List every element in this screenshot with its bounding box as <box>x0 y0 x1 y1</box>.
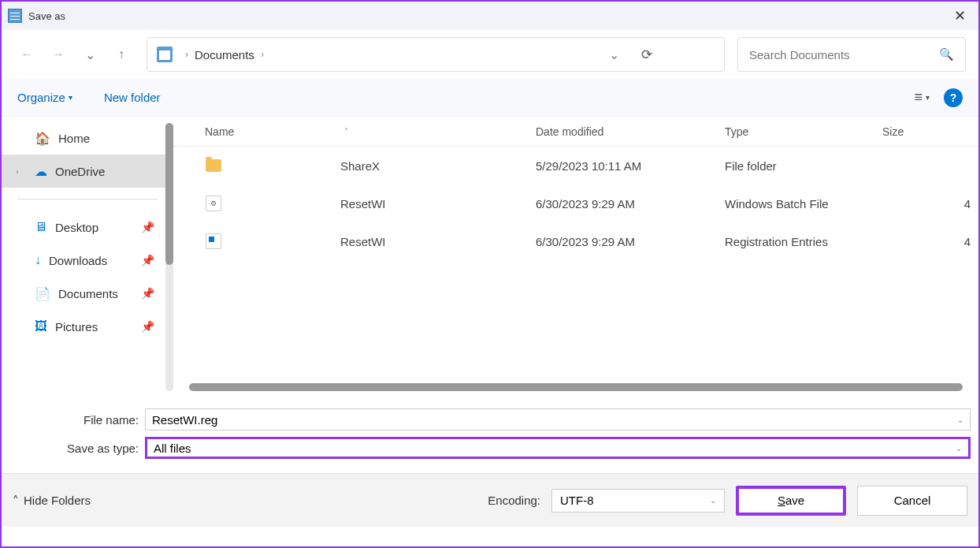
sidebar-label: OneDrive <box>55 165 105 178</box>
chevron-down-icon[interactable]: ⌄ <box>710 496 716 505</box>
filename-label: File name: <box>9 413 145 427</box>
main-content: 🏠 Home › ☁ OneDrive 🖥 Desktop 📌 ↓ Downlo… <box>2 117 978 397</box>
pictures-icon: 🖼 <box>35 319 47 334</box>
documents-icon: 📄 <box>35 286 50 301</box>
registry-file-icon <box>205 233 222 250</box>
sidebar-item-documents[interactable]: 📄 Documents 📌 <box>2 277 173 310</box>
close-button[interactable]: ✕ <box>948 4 972 28</box>
column-date[interactable]: Date modified <box>536 125 725 138</box>
search-input[interactable] <box>749 48 939 62</box>
saveas-value: All files <box>154 442 191 455</box>
folder-icon <box>205 157 222 174</box>
sidebar-label: Home <box>58 132 90 145</box>
sidebar-item-onedrive[interactable]: › ☁ OneDrive <box>2 155 173 188</box>
save-inputs: File name: ResetWI.reg ⌄ Save as type: A… <box>2 397 978 473</box>
file-row[interactable]: ⚙ResetWI 6/30/2023 9:29 AM Windows Batch… <box>173 185 978 222</box>
chevron-down-icon[interactable]: ⌄ <box>957 416 963 424</box>
file-type: Windows Batch File <box>725 197 882 211</box>
pin-icon: 📌 <box>141 221 154 233</box>
file-name: ShareX <box>340 159 380 173</box>
address-dropdown-icon[interactable]: ⌄ <box>609 47 619 62</box>
sidebar: 🏠 Home › ☁ OneDrive 🖥 Desktop 📌 ↓ Downlo… <box>2 117 173 397</box>
sidebar-item-downloads[interactable]: ↓ Downloads 📌 <box>2 244 173 277</box>
forward-button[interactable]: → <box>46 42 71 67</box>
downloads-icon: ↓ <box>35 253 41 267</box>
window-title: Save as <box>28 10 65 22</box>
batch-file-icon: ⚙ <box>205 195 222 212</box>
chevron-up-icon: ˄ <box>13 494 19 508</box>
sidebar-label: Downloads <box>49 254 107 267</box>
saveas-type-select[interactable]: All files ⌄ <box>145 437 971 459</box>
back-button[interactable]: ← <box>14 42 39 67</box>
sidebar-label: Desktop <box>55 221 98 234</box>
help-button[interactable]: ? <box>944 88 963 107</box>
file-date: 6/30/2023 9:29 AM <box>536 235 725 248</box>
chevron-right-icon[interactable]: › <box>16 166 19 176</box>
file-size: 4 <box>882 235 978 248</box>
organize-button[interactable]: Organize▾ <box>17 91 72 104</box>
navbar: ← → ⌄ ↑ › Documents › ⌄ ⟳ 🔍 <box>2 30 978 79</box>
pin-icon: 📌 <box>141 287 154 300</box>
column-name[interactable]: Name˄ <box>205 125 536 138</box>
sidebar-divider <box>17 199 158 199</box>
toolbar: Organize▾ New folder ≡▾ ? <box>2 79 978 117</box>
hide-folders-button[interactable]: ˄ Hide Folders <box>13 494 91 508</box>
horizontal-scrollbar[interactable] <box>189 383 963 391</box>
cancel-button[interactable]: Cancel <box>857 486 967 516</box>
save-button[interactable]: Save <box>736 486 846 516</box>
sidebar-item-pictures[interactable]: 🖼 Pictures 📌 <box>2 310 173 343</box>
sidebar-item-desktop[interactable]: 🖥 Desktop 📌 <box>2 211 173 244</box>
pin-icon: 📌 <box>141 254 154 267</box>
file-date: 6/30/2023 9:29 AM <box>536 197 725 211</box>
titlebar: Save as ✕ <box>2 2 978 30</box>
refresh-button[interactable]: ⟳ <box>641 47 652 63</box>
new-folder-button[interactable]: New folder <box>104 91 161 104</box>
sidebar-item-home[interactable]: 🏠 Home <box>2 121 173 155</box>
desktop-icon: 🖥 <box>35 220 47 234</box>
column-type[interactable]: Type <box>725 125 882 138</box>
file-row[interactable]: ShareX 5/29/2023 10:11 AM File folder <box>173 147 978 185</box>
chevron-right-icon: › <box>185 49 188 60</box>
column-headers: Name˄ Date modified Type Size <box>173 117 978 147</box>
filename-input[interactable]: ResetWI.reg ⌄ <box>145 408 971 431</box>
column-size[interactable]: Size <box>882 125 978 138</box>
encoding-value: UTF-8 <box>560 494 594 507</box>
pin-icon: 📌 <box>141 320 154 333</box>
sort-indicator-icon: ˄ <box>344 127 348 136</box>
address-bar[interactable]: › Documents › ⌄ ⟳ <box>147 37 725 72</box>
filename-value: ResetWI.reg <box>152 413 217 427</box>
search-box[interactable]: 🔍 <box>737 37 966 72</box>
search-icon[interactable]: 🔍 <box>939 47 954 62</box>
file-type: File folder <box>725 159 882 173</box>
file-type: Registration Entries <box>725 235 882 248</box>
footer: ˄ Hide Folders Encoding: UTF-8 ⌄ Save Ca… <box>2 473 978 527</box>
view-options-button[interactable]: ≡▾ <box>914 89 930 106</box>
sidebar-scrollbar[interactable] <box>165 123 173 391</box>
file-name: ResetWI <box>340 235 386 248</box>
file-name: ResetWI <box>340 197 386 211</box>
location-icon <box>157 47 173 62</box>
file-date: 5/29/2023 10:11 AM <box>536 159 725 173</box>
notepad-icon <box>8 9 22 23</box>
file-list: Name˄ Date modified Type Size ShareX 5/2… <box>173 117 978 397</box>
file-size: 4 <box>882 197 978 211</box>
home-icon: 🏠 <box>35 131 50 146</box>
cloud-icon: ☁ <box>35 164 47 179</box>
encoding-label: Encoding: <box>488 494 540 507</box>
address-location[interactable]: Documents <box>195 48 254 62</box>
saveas-label: Save as type: <box>9 442 145 455</box>
file-row[interactable]: ResetWI 6/30/2023 9:29 AM Registration E… <box>173 222 978 260</box>
sidebar-label: Documents <box>58 287 118 300</box>
recent-dropdown[interactable]: ⌄ <box>77 42 102 67</box>
up-button[interactable]: ↑ <box>109 42 134 67</box>
hide-folders-label: Hide Folders <box>24 494 91 507</box>
sidebar-label: Pictures <box>55 320 98 334</box>
save-label: ave <box>785 494 804 507</box>
chevron-right-icon[interactable]: › <box>261 49 264 60</box>
chevron-down-icon[interactable]: ⌄ <box>956 444 962 453</box>
encoding-select[interactable]: UTF-8 ⌄ <box>551 489 725 513</box>
